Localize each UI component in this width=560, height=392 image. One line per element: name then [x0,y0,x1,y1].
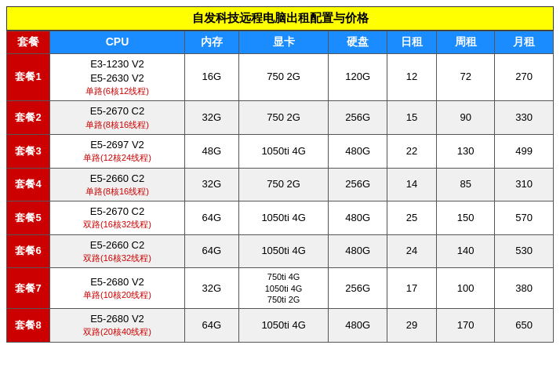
cell-cpu: E5-2670 C2双路(16核32线程) [50,201,185,235]
cell-week: 100 [436,268,495,309]
header-memory: 内存 [184,31,238,54]
cell-gpu: 750ti 4G1050ti 4G750ti 2G [238,268,329,309]
cell-hdd: 256G [329,168,387,201]
cell-hdd: 480G [329,201,387,235]
pricing-table: 套餐 CPU 内存 显卡 硬盘 日租 周租 月租 套餐1E3-1230 V2E5… [6,31,554,343]
cell-day: 24 [387,234,436,268]
cell-week: 72 [436,53,495,101]
cell-day: 15 [387,101,436,135]
cell-package: 套餐7 [7,268,50,309]
table-row: 套餐5E5-2670 C2双路(16核32线程)64G1050ti 4G480G… [7,201,554,235]
cell-day: 17 [387,268,436,309]
cell-day: 14 [387,168,436,201]
cell-cpu: E5-2680 V2单路(10核20线程) [50,268,185,309]
cell-day: 25 [387,201,436,235]
cell-memory: 64G [184,234,238,268]
header-package: 套餐 [7,31,50,54]
cell-gpu: 1050ti 4G [238,201,329,235]
cell-gpu: 1050ti 4G [238,134,329,168]
cell-day: 22 [387,134,436,168]
cell-cpu: E3-1230 V2E5-2630 V2单路(6核12线程) [50,53,185,101]
cell-hdd: 480G [329,234,387,268]
cell-package: 套餐2 [7,101,50,135]
header-week: 周租 [436,31,495,54]
cell-memory: 16G [184,53,238,101]
table-row: 套餐4E5-2660 C2单路(8核16线程)32G750 2G256G1485… [7,168,554,201]
cell-cpu: E5-2660 C2双路(16核32线程) [50,234,185,268]
table-row: 套餐3E5-2697 V2单路(12核24线程)48G1050ti 4G480G… [7,134,554,168]
cell-package: 套餐4 [7,168,50,201]
cell-day: 12 [387,53,436,101]
header-cpu: CPU [50,31,185,54]
cell-week: 90 [436,101,495,135]
cell-memory: 32G [184,168,238,201]
cell-memory: 64G [184,309,238,343]
header-month: 月租 [495,31,554,54]
cell-package: 套餐1 [7,53,50,101]
cell-memory: 32G [184,101,238,135]
cell-gpu: 1050ti 4G [238,309,329,343]
cell-week: 85 [436,168,495,201]
cell-gpu: 1050ti 4G [238,234,329,268]
cell-month: 570 [495,201,554,235]
cell-package: 套餐3 [7,134,50,168]
cell-memory: 32G [184,268,238,309]
cell-package: 套餐6 [7,234,50,268]
cell-package: 套餐5 [7,201,50,235]
page-title: 自发科技远程电脑出租配置与价格 [6,6,554,31]
cell-hdd: 480G [329,309,387,343]
cell-cpu: E5-2670 C2单路(8核16线程) [50,101,185,135]
cell-month: 380 [495,268,554,309]
table-row: 套餐2E5-2670 C2单路(8核16线程)32G750 2G256G1590… [7,101,554,135]
cell-week: 170 [436,309,495,343]
cell-week: 150 [436,201,495,235]
cell-month: 530 [495,234,554,268]
table-row: 套餐6E5-2660 C2双路(16核32线程)64G1050ti 4G480G… [7,234,554,268]
header-day: 日租 [387,31,436,54]
cell-month: 650 [495,309,554,343]
cell-package: 套餐8 [7,309,50,343]
cell-cpu: E5-2660 C2单路(8核16线程) [50,168,185,201]
table-row: 套餐8E5-2680 V2双路(20核40线程)64G1050ti 4G480G… [7,309,554,343]
cell-hdd: 480G [329,134,387,168]
header-gpu: 显卡 [238,31,329,54]
table-row: 套餐7E5-2680 V2单路(10核20线程)32G750ti 4G1050t… [7,268,554,309]
cell-week: 130 [436,134,495,168]
cell-hdd: 256G [329,101,387,135]
cell-month: 330 [495,101,554,135]
cell-memory: 48G [184,134,238,168]
header-hdd: 硬盘 [329,31,387,54]
cell-month: 270 [495,53,554,101]
page-wrapper: 自发科技远程电脑出租配置与价格 套餐 CPU 内存 显卡 硬盘 日租 周租 月租 [0,0,560,349]
cell-hdd: 256G [329,268,387,309]
cell-memory: 64G [184,201,238,235]
cell-gpu: 750 2G [238,101,329,135]
cell-month: 499 [495,134,554,168]
cell-gpu: 750 2G [238,168,329,201]
cell-month: 310 [495,168,554,201]
cell-hdd: 120G [329,53,387,101]
cell-gpu: 750 2G [238,53,329,101]
table-row: 套餐1E3-1230 V2E5-2630 V2单路(6核12线程)16G750 … [7,53,554,101]
cell-cpu: E5-2680 V2双路(20核40线程) [50,309,185,343]
cell-cpu: E5-2697 V2单路(12核24线程) [50,134,185,168]
cell-day: 29 [387,309,436,343]
cell-week: 140 [436,234,495,268]
